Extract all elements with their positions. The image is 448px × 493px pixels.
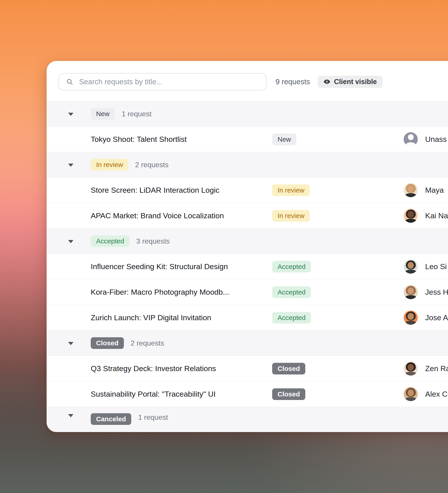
search-icon: [66, 78, 73, 85]
avatar: [404, 259, 418, 274]
status-badge: Closed: [272, 388, 305, 400]
group-header-accepted[interactable]: Accepted 3 requests: [47, 229, 448, 254]
assignee-name: Unass: [425, 135, 447, 144]
avatar: [404, 132, 418, 146]
avatar: [404, 183, 418, 197]
group-status-badge: New: [91, 108, 115, 120]
request-row[interactable]: Sustainability Portal: "Traceability" UI…: [47, 381, 448, 407]
request-title: Kora-Fiber: Macro Photography Moodb...: [91, 288, 272, 296]
assignee-name: Kai Na: [425, 211, 448, 220]
request-title: Store Screen: LiDAR Interaction Logic: [91, 186, 272, 194]
group-status-badge: In review: [91, 159, 128, 170]
request-row[interactable]: Kora-Fiber: Macro Photography Moodb... A…: [47, 280, 448, 305]
status-badge: In review: [272, 210, 310, 222]
request-title: Zurich Launch: VIP Digital Invitation: [91, 313, 272, 322]
avatar: [404, 285, 418, 299]
request-title: APAC Market: Brand Voice Localization: [91, 211, 272, 220]
avatar: [404, 311, 418, 325]
status-badge: Closed: [272, 363, 305, 374]
assignee-name: Alex C: [425, 390, 448, 398]
assignee-name: Jose A: [425, 313, 448, 322]
assignee-name: Leo Si: [425, 262, 447, 271]
assignee-name: Jess H: [425, 288, 448, 296]
avatar: [404, 387, 418, 401]
group-header-canceled[interactable]: Canceled 1 request: [47, 407, 448, 432]
group-count: 2 requests: [131, 339, 164, 347]
group-header-in-review[interactable]: In review 2 requests: [47, 152, 448, 178]
request-row[interactable]: Zurich Launch: VIP Digital Invitation Ac…: [47, 305, 448, 331]
request-title: Influencer Seeding Kit: Structural Desig…: [91, 262, 272, 271]
request-row[interactable]: Tokyo Shoot: Talent Shortlist New Unass: [47, 127, 448, 152]
search-input[interactable]: [79, 77, 261, 86]
toolbar: 9 requests Client visible: [47, 61, 448, 101]
request-row[interactable]: Influencer Seeding Kit: Structural Desig…: [47, 254, 448, 280]
request-row[interactable]: APAC Market: Brand Voice Localization In…: [47, 203, 448, 229]
request-title: Q3 Strategy Deck: Investor Relations: [91, 364, 272, 373]
status-badge: In review: [272, 184, 310, 196]
avatar: [404, 361, 418, 376]
status-badge: Accepted: [272, 261, 311, 272]
group-count: 3 requests: [136, 237, 170, 245]
request-row[interactable]: Q3 Strategy Deck: Investor Relations Clo…: [47, 356, 448, 381]
assignee-name: Zen Ra: [425, 364, 448, 373]
chevron-down-icon[interactable]: [68, 240, 74, 243]
chevron-down-icon[interactable]: [68, 164, 74, 167]
group-count: 1 request: [138, 413, 168, 422]
request-title: Sustainability Portal: "Traceability" UI: [91, 390, 272, 398]
status-badge: Accepted: [272, 312, 311, 324]
client-visible-toggle[interactable]: Client visible: [318, 76, 382, 88]
requests-count: 9 requests: [275, 78, 310, 86]
status-badge: Accepted: [272, 286, 311, 298]
requests-panel: 9 requests Client visible New 1 request …: [47, 61, 448, 432]
group-header-new[interactable]: New 1 request: [47, 101, 448, 127]
status-badge: New: [272, 134, 296, 145]
group-count: 2 requests: [135, 161, 168, 169]
group-status-badge: Accepted: [91, 235, 130, 247]
group-count: 1 request: [122, 110, 152, 118]
group-status-badge: Canceled: [91, 413, 131, 425]
request-title: Tokyo Shoot: Talent Shortlist: [91, 135, 272, 144]
chevron-down-icon[interactable]: [68, 342, 74, 345]
group-header-closed[interactable]: Closed 2 requests: [47, 331, 448, 356]
client-visible-label: Client visible: [334, 78, 377, 86]
search-box[interactable]: [58, 73, 267, 90]
assignee-name: Maya: [425, 186, 444, 194]
chevron-down-icon[interactable]: [68, 414, 74, 417]
request-list: New 1 request Tokyo Shoot: Talent Shortl…: [47, 101, 448, 432]
chevron-down-icon[interactable]: [68, 113, 74, 116]
group-status-badge: Closed: [91, 337, 124, 349]
request-row[interactable]: Store Screen: LiDAR Interaction Logic In…: [47, 178, 448, 203]
avatar: [404, 209, 418, 223]
eye-icon: [323, 78, 330, 85]
